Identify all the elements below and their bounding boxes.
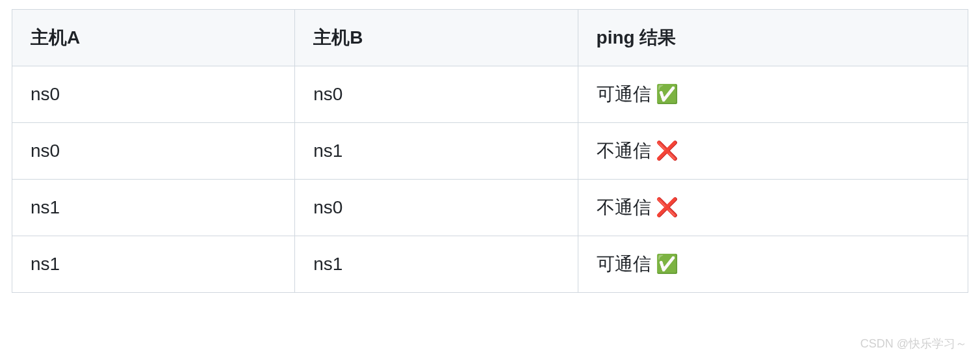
cell-ping-result: 不通信 ❌ [578,180,968,236]
cell-host-b: ns1 [295,236,578,293]
cell-ping-result: 可通信 ✅ [578,236,968,293]
table-row: ns0 ns1 不通信 ❌ [12,123,968,180]
header-ping-result: ping 结果 [578,10,968,66]
cell-host-b: ns0 [295,66,578,123]
table-row: ns0 ns0 可通信 ✅ [12,66,968,123]
table-header-row: 主机A 主机B ping 结果 [12,10,968,66]
table-row: ns1 ns1 可通信 ✅ [12,236,968,293]
table-row: ns1 ns0 不通信 ❌ [12,180,968,236]
cell-host-b: ns1 [295,123,578,180]
cell-host-b: ns0 [295,180,578,236]
cell-host-a: ns0 [12,66,295,123]
cell-ping-result: 可通信 ✅ [578,66,968,123]
header-host-a: 主机A [12,10,295,66]
cell-host-a: ns0 [12,123,295,180]
cell-host-a: ns1 [12,180,295,236]
cell-ping-result: 不通信 ❌ [578,123,968,180]
header-host-b: 主机B [295,10,578,66]
cell-host-a: ns1 [12,236,295,293]
ping-results-table: 主机A 主机B ping 结果 ns0 ns0 可通信 ✅ ns0 ns1 不通… [12,9,968,293]
